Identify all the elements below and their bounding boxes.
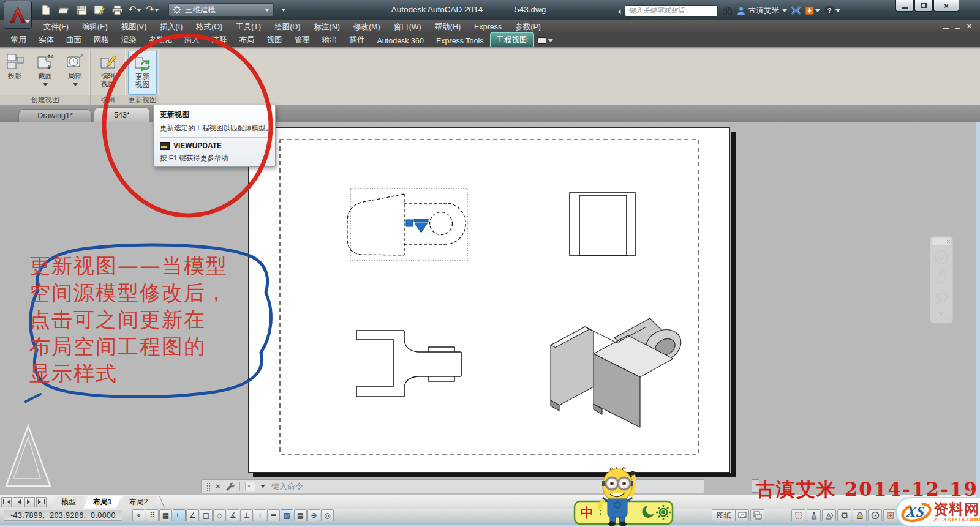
tab-home[interactable]: 常用 [5,33,32,47]
menu-file[interactable]: 文件(F) [37,20,75,35]
dynamic-ucs-toggle[interactable]: ⊥ [240,509,253,521]
menu-draw[interactable]: 绘图(D) [268,20,307,35]
command-bar-grip[interactable] [206,482,211,491]
tab-solid[interactable]: 实体 [32,33,60,47]
snap-mode-toggle[interactable]: ⠿ [146,509,159,521]
tab-engineering-views[interactable]: 工程视图 [490,32,534,47]
infocenter-search-input[interactable] [625,5,718,17]
quick-view-drawings-button[interactable] [750,509,764,521]
side-view[interactable] [570,193,635,256]
tab-plugins[interactable]: 插件 [344,33,371,47]
tab-output[interactable]: 输出 [316,33,344,47]
menu-format[interactable]: 格式(O) [189,20,229,35]
tab-parametric[interactable]: 参数化 [143,33,178,47]
edit-view-button[interactable]: 编辑视图 [94,51,123,95]
annotation-autoscale-button[interactable] [822,509,836,521]
toolbar-lock-button[interactable] [853,509,867,521]
dynamic-input-toggle[interactable]: + [254,509,266,521]
isometric-view[interactable] [551,318,687,427]
close-button[interactable]: × [933,0,959,12]
sign-in-button[interactable]: 古滇艾米 [737,6,787,16]
navigation-bar[interactable] [930,236,953,323]
ime-language-indicator[interactable]: 中 [581,504,594,521]
menu-view[interactable]: 视图(V) [115,20,154,35]
tab-layout[interactable]: 布局 [233,33,261,47]
search-binoculars-icon[interactable] [722,6,733,15]
maximize-button[interactable] [914,0,933,12]
doc-close-icon[interactable]: × [967,22,971,30]
workspace-switcher[interactable]: 三维建模 [168,3,274,17]
menu-modify[interactable]: 修改(M) [347,20,387,35]
tab-manage[interactable]: 管理 [288,33,316,47]
recent-commands-caret-icon[interactable] [260,485,265,490]
coordinate-display[interactable]: -43.7899, 203.9286, 0.0000 [4,510,123,521]
drawing-canvas[interactable]: 更新视图——当模型 空间源模型修改后， 点击可之间更新在 布局空间工程图的 显示… [0,122,980,509]
triangle-grip[interactable] [415,223,428,233]
ime-punctuation-indicator[interactable]: ； [597,506,605,517]
transparency-toggle[interactable]: ▨ [281,509,293,521]
previous-layout-button[interactable] [13,497,23,507]
qat-customize-button[interactable] [276,2,292,17]
3d-object-snap-toggle[interactable]: ◇ [213,509,226,521]
ortho-mode-toggle[interactable]: ∟ [173,509,186,521]
command-close-icon[interactable]: × [216,482,221,490]
menu-insert[interactable]: 插入(I) [153,20,189,35]
quick-view-layouts-button[interactable] [735,509,749,521]
menu-window[interactable]: 窗口(W) [387,20,428,35]
exchange-apps-icon[interactable] [791,6,801,15]
updates-button[interactable] [805,6,820,15]
triangle-grip-cap[interactable] [414,219,428,222]
tab-insert[interactable]: 插入 [178,33,206,47]
tab-annotate[interactable]: 注释 [206,33,233,47]
tab-model[interactable]: 模型 [51,496,86,509]
new-button[interactable] [38,2,54,17]
open-button[interactable] [56,2,72,17]
infocenter-collapse-icon[interactable] [616,9,621,14]
update-view-button[interactable]: 更新视图 [128,51,157,95]
first-layout-button[interactable] [1,497,12,507]
front-view[interactable] [356,331,461,397]
menu-dimension[interactable]: 标注(N) [307,20,347,35]
doc-restore-icon[interactable] [955,24,960,29]
application-menu-button[interactable] [4,1,32,29]
polar-tracking-toggle[interactable]: ∠ [186,509,199,521]
plot-button[interactable] [109,2,125,17]
workspace-switching-button[interactable] [837,509,851,521]
object-snap-tracking-toggle[interactable]: ∡ [227,509,239,521]
lineweight-toggle[interactable]: ≡ [267,509,280,521]
menu-tools[interactable]: 工具(T) [229,20,268,35]
minimize-button[interactable] [895,0,914,12]
square-grip[interactable] [406,220,413,226]
menu-express[interactable]: Express [467,20,508,34]
annotation-monitor-toggle[interactable]: ◎ [321,509,334,521]
last-layout-button[interactable] [36,497,47,507]
command-prompt-icon[interactable]: >_ [245,482,255,491]
tab-view[interactable]: 视图 [261,33,288,47]
tab-surface[interactable]: 曲面 [60,33,88,47]
infer-constraints-toggle[interactable]: ⌖ [132,509,145,521]
menu-help[interactable]: 帮助(H) [428,20,467,35]
view-grips[interactable] [406,219,428,233]
grid-display-toggle[interactable]: ▦ [159,509,172,521]
save-button[interactable] [74,2,89,17]
paper-model-button[interactable]: 图纸 [712,509,736,521]
quick-properties-toggle[interactable]: ▤ [294,509,307,521]
next-layout-button[interactable] [24,497,35,507]
tab-render[interactable]: 渲染 [115,33,143,47]
tab-mesh[interactable]: 网格 [88,33,115,47]
selection-cycling-toggle[interactable]: ⊕ [307,509,320,521]
tab-express-tools[interactable]: Express Tools [430,35,490,47]
section-view-button[interactable]: A 截面 [31,51,59,95]
save-as-button[interactable] [91,2,107,17]
performance-tuner-button[interactable] [868,509,882,521]
object-snap-toggle[interactable]: □ [200,509,213,521]
annotation-visibility-button[interactable] [807,509,821,521]
doc-minimize-icon[interactable] [943,28,949,29]
undo-button[interactable]: ↶ [127,2,143,17]
projection-view-button[interactable]: 投影 [1,51,29,95]
tab-autodesk360[interactable]: Autodesk 360 [371,35,430,47]
annotation-scale-button[interactable] [791,509,805,521]
detail-view-button[interactable]: A 局部 [61,51,89,95]
file-tab-drawing1[interactable]: Drawing1* [18,109,92,122]
menu-edit[interactable]: 编辑(E) [75,20,115,35]
